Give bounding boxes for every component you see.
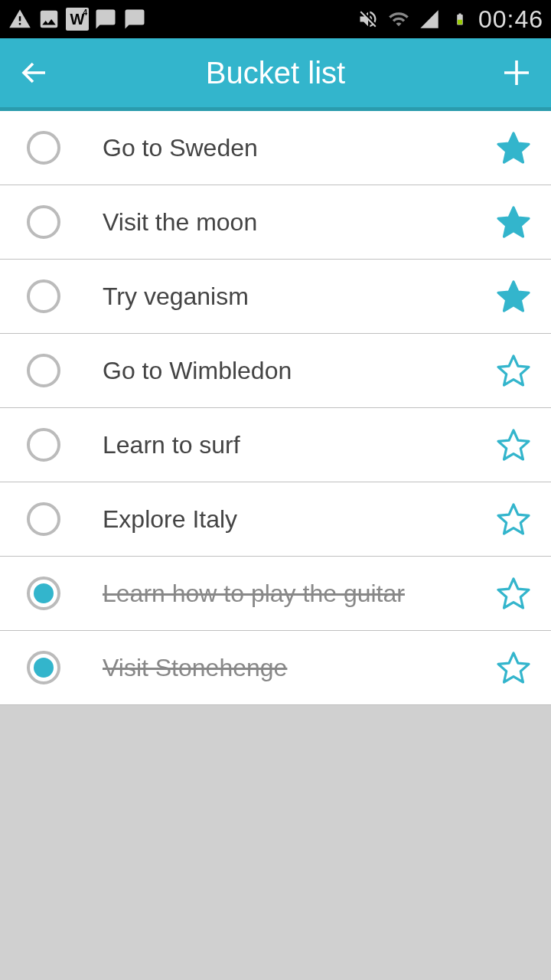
- app-bar: Bucket list: [0, 38, 551, 111]
- item-label: Visit Stonehenge: [103, 654, 495, 682]
- star-icon[interactable]: [495, 204, 532, 240]
- mute-icon: [356, 7, 380, 31]
- done-radio[interactable]: [27, 279, 60, 313]
- list-item[interactable]: Visit Stonehenge: [0, 631, 551, 705]
- bucket-list: Go to SwedenVisit the moonTry veganismGo…: [0, 111, 551, 705]
- done-radio[interactable]: [27, 502, 60, 536]
- status-bar: W4 00:46: [0, 0, 551, 38]
- wifi-icon: [386, 7, 411, 31]
- list-item[interactable]: Learn to surf: [0, 408, 551, 482]
- page-title: Bucket list: [0, 56, 551, 90]
- list-item[interactable]: Learn how to play the guitar: [0, 557, 551, 631]
- list-item[interactable]: Explore Italy: [0, 482, 551, 557]
- done-radio[interactable]: [27, 428, 60, 462]
- status-time: 00:46: [478, 5, 543, 34]
- battery-icon: [448, 7, 472, 31]
- star-icon[interactable]: [495, 501, 532, 537]
- done-radio[interactable]: [27, 205, 60, 239]
- list-item[interactable]: Try veganism: [0, 260, 551, 334]
- word-icon: W4: [66, 8, 89, 31]
- done-radio[interactable]: [27, 577, 60, 610]
- item-label: Learn how to play the guitar: [103, 580, 495, 608]
- svg-rect-0: [458, 20, 462, 24]
- list-item[interactable]: Go to Sweden: [0, 111, 551, 185]
- star-icon[interactable]: [495, 129, 532, 166]
- done-radio[interactable]: [27, 131, 60, 165]
- chat-icon-2: [122, 7, 147, 31]
- star-icon[interactable]: [495, 575, 532, 612]
- image-icon: [37, 7, 61, 31]
- item-label: Visit the moon: [103, 208, 495, 237]
- done-radio[interactable]: [27, 651, 60, 684]
- star-icon[interactable]: [495, 352, 532, 389]
- list-item[interactable]: Visit the moon: [0, 185, 551, 260]
- item-label: Learn to surf: [103, 431, 495, 459]
- list-item[interactable]: Go to Wimbledon: [0, 334, 551, 408]
- item-label: Go to Sweden: [103, 134, 495, 162]
- done-radio[interactable]: [27, 354, 60, 387]
- item-label: Explore Italy: [103, 505, 495, 534]
- star-icon[interactable]: [495, 649, 532, 686]
- add-button[interactable]: [497, 54, 536, 92]
- item-label: Try veganism: [103, 283, 495, 311]
- warning-icon: [8, 7, 32, 31]
- star-icon[interactable]: [495, 426, 532, 463]
- star-icon[interactable]: [495, 278, 532, 315]
- item-label: Go to Wimbledon: [103, 357, 495, 385]
- signal-icon: [417, 7, 442, 31]
- back-button[interactable]: [15, 54, 54, 92]
- chat-icon: [93, 7, 118, 31]
